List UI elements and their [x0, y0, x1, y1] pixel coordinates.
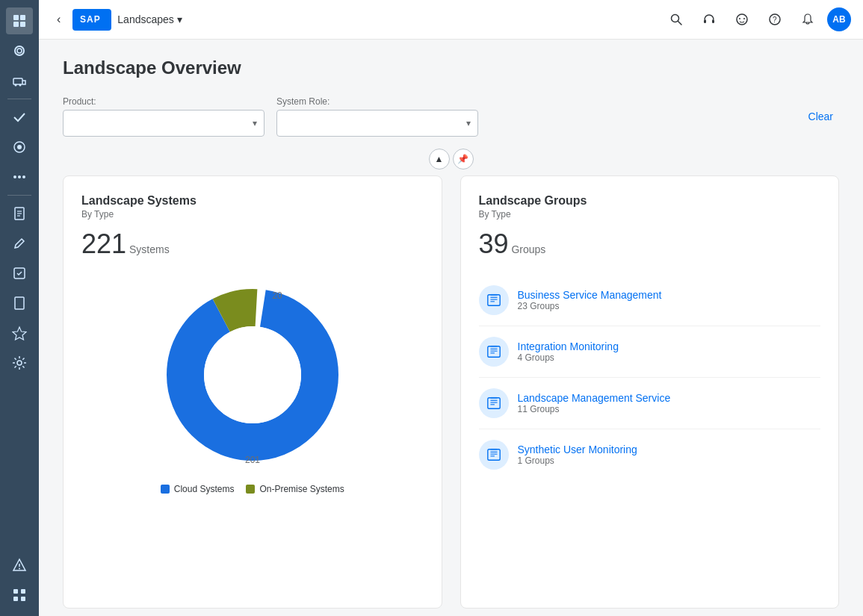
headset-icon-button[interactable]: [696, 6, 723, 33]
user-avatar[interactable]: AB: [827, 7, 851, 31]
group-name-0[interactable]: Business Service Management: [518, 289, 662, 301]
search-icon-button[interactable]: [663, 6, 690, 33]
group-icon-3: [479, 440, 509, 470]
feedback-icon-button[interactable]: [729, 6, 755, 33]
product-select-wrapper: ▾: [63, 110, 265, 137]
systems-card-subtitle: By Type: [81, 209, 424, 220]
svg-point-11: [13, 175, 16, 178]
group-info-1: Integration Monitoring 4 Groups: [518, 340, 619, 363]
sidebar-item-nav-layers[interactable]: [6, 37, 33, 64]
svg-rect-54: [487, 398, 499, 409]
sidebar-item-nav-transport[interactable]: [6, 67, 33, 94]
system-role-label: System Role:: [276, 96, 478, 107]
svg-point-10: [17, 145, 22, 149]
sidebar-item-nav-page[interactable]: [6, 290, 33, 317]
svg-text:SAP: SAP: [80, 14, 101, 25]
svg-rect-44: [487, 295, 499, 306]
group-icon-1: [479, 337, 509, 367]
app-name[interactable]: Landscapes ▾: [117, 13, 182, 25]
cards-container: Landscape Systems By Type 221 Systems: [63, 175, 839, 609]
group-item-1: Integration Monitoring 4 Groups: [479, 326, 821, 378]
clear-button[interactable]: Clear: [802, 108, 839, 125]
sidebar-item-nav-alert[interactable]: [6, 552, 33, 579]
content-area: Landscape Overview Product: ▾ System Rol…: [39, 40, 863, 616]
pin-panel-button[interactable]: 📌: [453, 149, 474, 169]
svg-point-36: [743, 18, 745, 19]
svg-rect-59: [487, 449, 499, 461]
help-icon-button[interactable]: ?: [761, 6, 788, 33]
svg-rect-58: [490, 397, 497, 399]
svg-point-4: [15, 46, 24, 55]
header-icons: ? AB: [663, 6, 851, 33]
svg-rect-3: [20, 22, 25, 27]
landscape-systems-card: Landscape Systems By Type 221 Systems: [63, 175, 442, 609]
legend-onprem-dot: [246, 485, 255, 494]
sidebar-item-nav-tasks[interactable]: [6, 260, 33, 287]
svg-point-7: [15, 84, 17, 87]
group-item-3: Synthetic User Monitoring 1 Groups: [479, 429, 821, 480]
svg-rect-53: [490, 346, 497, 348]
svg-point-13: [22, 175, 25, 178]
svg-marker-20: [13, 327, 26, 340]
legend-cloud-label: Cloud Systems: [174, 484, 235, 494]
sidebar-item-nav-settings[interactable]: [6, 349, 33, 376]
svg-rect-48: [490, 294, 497, 296]
svg-point-12: [18, 175, 21, 178]
main-content: ‹ SAP Landscapes ▾: [39, 0, 863, 616]
svg-line-31: [678, 22, 682, 25]
sidebar-item-nav-docs[interactable]: [6, 200, 33, 227]
group-icon-0: [479, 285, 509, 315]
group-name-1[interactable]: Integration Monitoring: [518, 340, 619, 352]
systems-count: 221: [81, 228, 126, 259]
system-role-select[interactable]: [276, 110, 478, 137]
legend-onprem-label: On-Premise Systems: [259, 484, 344, 494]
back-button[interactable]: ‹: [51, 10, 66, 29]
sidebar-item-nav-checks[interactable]: [6, 104, 33, 131]
app-name-label: Landscapes: [117, 13, 174, 25]
group-item-0: Business Service Management 23 Groups: [479, 275, 821, 326]
group-count-2: 11 Groups: [518, 404, 671, 414]
sidebar-item-nav-edit[interactable]: [6, 230, 33, 257]
svg-text:201: 201: [245, 455, 260, 465]
page-title: Landscape Overview: [63, 57, 839, 78]
svg-point-23: [19, 568, 20, 570]
svg-rect-2: [13, 22, 19, 27]
groups-card-subtitle: By Type: [479, 209, 821, 220]
svg-rect-33: [712, 19, 714, 23]
svg-text:20: 20: [272, 290, 282, 301]
group-info-3: Synthetic User Monitoring 1 Groups: [518, 444, 637, 466]
group-count-0: 23 Groups: [518, 301, 662, 311]
collapse-panel-button[interactable]: ▲: [429, 149, 450, 169]
svg-point-41: [204, 326, 301, 423]
svg-point-8: [19, 84, 22, 87]
chart-legend: Cloud Systems On-Premise Systems: [81, 484, 424, 494]
groups-count-label: Groups: [511, 243, 545, 255]
product-select[interactable]: [63, 110, 265, 137]
product-label: Product:: [63, 96, 265, 107]
svg-rect-63: [490, 449, 497, 451]
group-name-3[interactable]: Synthetic User Monitoring: [518, 444, 637, 455]
sidebar-item-nav-star[interactable]: [6, 320, 33, 346]
sidebar-item-nav-grid[interactable]: [6, 582, 33, 609]
sap-logo-text: SAP: [72, 9, 111, 31]
bell-icon-button[interactable]: [794, 6, 821, 33]
sidebar-divider-2: [7, 195, 31, 196]
svg-rect-27: [21, 597, 25, 601]
filter-bar: Product: ▾ System Role: ▾: [63, 96, 839, 137]
legend-cloud-dot: [161, 485, 170, 494]
group-count-1: 4 Groups: [518, 352, 619, 363]
legend-onprem: On-Premise Systems: [246, 484, 344, 494]
svg-point-21: [17, 361, 22, 365]
product-filter-group: Product: ▾: [63, 96, 265, 137]
landscape-groups-card: Landscape Groups By Type 39 Groups: [460, 175, 840, 609]
sidebar: [0, 0, 39, 616]
app-name-chevron: ▾: [177, 13, 182, 25]
svg-point-34: [737, 14, 747, 25]
svg-rect-0: [13, 15, 19, 20]
group-name-2[interactable]: Landscape Management Service: [518, 392, 671, 404]
systems-count-row: 221 Systems: [81, 228, 424, 260]
sidebar-item-nav-overview[interactable]: [6, 7, 33, 34]
sidebar-item-nav-monitoring[interactable]: [6, 134, 33, 161]
sidebar-item-nav-more[interactable]: [6, 164, 33, 190]
panel-controls: ▲ 📌: [63, 149, 839, 169]
